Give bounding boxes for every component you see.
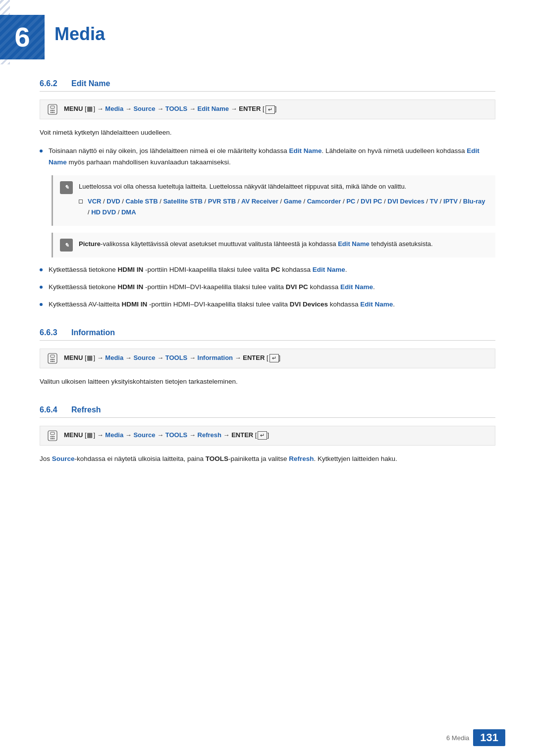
note-box-2: ✎ Picture-valikossa käytettävissä olevat… [52, 233, 495, 257]
description-664: Jos Source-kohdassa ei näytetä ulkoisia … [40, 454, 495, 465]
bullet-text-1: Toisinaan näyttö ei näy oikein, jos lähd… [49, 146, 495, 168]
section-662-heading: 6.6.2 Edit Name [40, 79, 495, 92]
svg-rect-1 [51, 106, 54, 108]
footer-chapter-label: 6 Media [446, 734, 469, 742]
menu-path-662: MENU [▦] → Media → Source → TOOLS → Edit… [40, 100, 495, 119]
bullet-item-1: Toisinaan näyttö ei näy oikein, jos lähd… [40, 146, 495, 168]
svg-point-3 [54, 110, 54, 111]
sub-list-text-1: VCR / DVD / Cable STB / Satellite STB / … [88, 196, 488, 218]
main-content: 6.6.2 Edit Name MENU [▦] → Media → Sourc… [0, 79, 535, 511]
note-icon-2: ✎ [60, 239, 73, 252]
description-662: Voit nimetä kytketyn lähdelaitteen uudel… [40, 127, 495, 139]
note-text-1: Luettelossa voi olla ohessa lueteltuja l… [79, 183, 406, 190]
page-header: 6 Media [0, 0, 535, 59]
svg-point-15 [52, 361, 53, 362]
svg-point-12 [51, 361, 52, 362]
remote-icon-663 [47, 353, 58, 364]
svg-point-7 [52, 112, 53, 113]
svg-rect-9 [51, 355, 54, 357]
remote-icon-664 [47, 430, 58, 441]
sub-list-item-1: VCR / DVD / Cable STB / Satellite STB / … [79, 196, 488, 218]
sub-bullet-1 [79, 200, 83, 203]
bullet-dot-2 [40, 268, 43, 271]
svg-point-2 [51, 110, 52, 111]
bullet-dot-4 [40, 303, 43, 306]
chapter-title: Media [54, 15, 105, 45]
bullet-text-4: Kytkettäessä AV-laitteita HDMI IN -portt… [49, 299, 395, 310]
note-icon-1: ✎ [60, 181, 73, 194]
menu-path-664-text: MENU [▦] → Media → Source → TOOLS → Refr… [64, 431, 269, 440]
note-box-1: ✎ Luettelossa voi olla ohessa lueteltuja… [52, 175, 495, 226]
svg-point-6 [52, 110, 53, 111]
svg-point-5 [54, 112, 54, 113]
menu-path-663-text: MENU [▦] → Media → Source → TOOLS → Info… [64, 354, 280, 362]
menu-path-663: MENU [▦] → Media → Source → TOOLS → Info… [40, 349, 495, 368]
bullet-list-662b: Kytkettäessä tietokone HDMI IN -porttiin… [40, 264, 495, 310]
remote-icon-662 [47, 104, 58, 115]
svg-point-4 [51, 112, 52, 113]
menu-path-662-text: MENU [▦] → Media → Source → TOOLS → Edit… [64, 105, 276, 113]
chapter-number-box: 6 [0, 15, 45, 59]
note-content-2: Picture-valikossa käytettävissä olevat a… [79, 239, 488, 250]
bullet-dot-1 [40, 150, 43, 152]
svg-point-22 [52, 436, 53, 437]
svg-point-20 [51, 438, 52, 439]
footer-page-number: 131 [473, 729, 505, 746]
bullet-text-3: Kytkettäessä tietokone HDMI IN -porttiin… [49, 282, 375, 293]
svg-point-11 [54, 359, 54, 360]
svg-point-19 [54, 436, 54, 437]
svg-point-23 [52, 438, 53, 439]
menu-path-664: MENU [▦] → Media → Source → TOOLS → Refr… [40, 426, 495, 446]
note-content-1: Luettelossa voi olla ohessa lueteltuja l… [79, 181, 488, 220]
svg-point-18 [51, 436, 52, 437]
section-663-heading: 6.6.3 Information [40, 328, 495, 341]
bullet-item-2: Kytkettäessä tietokone HDMI IN -porttiin… [40, 264, 495, 276]
note-text-2: Picture-valikossa käytettävissä olevat a… [79, 240, 433, 248]
bullet-item-3: Kytkettäessä tietokone HDMI IN -porttiin… [40, 282, 495, 293]
bullet-text-2: Kytkettäessä tietokone HDMI IN -porttiin… [49, 264, 347, 276]
sub-list-1: VCR / DVD / Cable STB / Satellite STB / … [79, 196, 488, 218]
svg-rect-17 [51, 432, 54, 435]
section-664-heading: 6.6.4 Refresh [40, 405, 495, 418]
svg-point-21 [54, 438, 54, 439]
description-663: Valitun ulkoisen laitteen yksityiskohtai… [40, 376, 495, 388]
bullet-dot-3 [40, 286, 43, 289]
bullet-item-4: Kytkettäessä AV-laitteita HDMI IN -portt… [40, 299, 495, 310]
page-footer: 6 Media 131 [446, 729, 505, 746]
svg-point-13 [54, 361, 54, 362]
svg-point-14 [52, 359, 53, 360]
bullet-list-662: Toisinaan näyttö ei näy oikein, jos lähd… [40, 146, 495, 168]
svg-point-10 [51, 359, 52, 360]
chapter-number: 6 [14, 23, 30, 51]
